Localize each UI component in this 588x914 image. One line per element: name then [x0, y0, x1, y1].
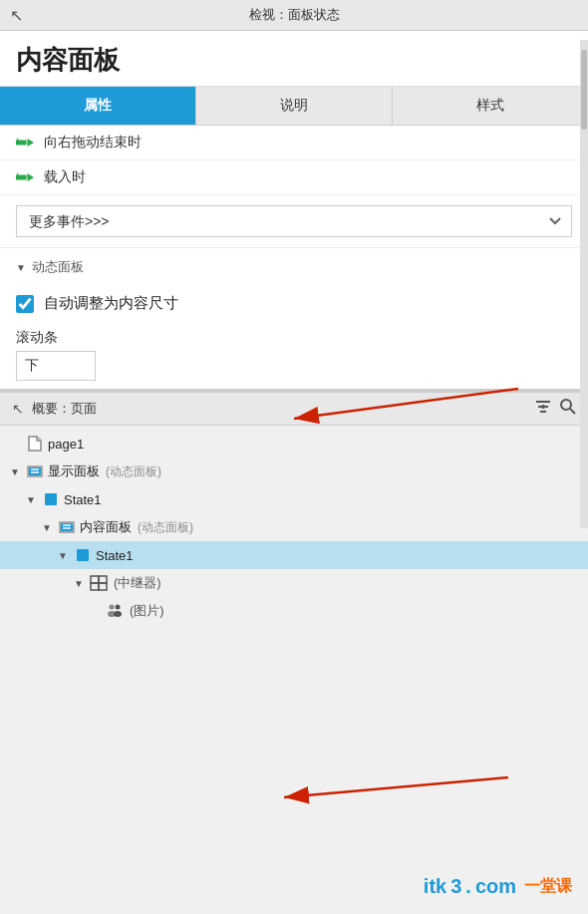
event-drag-right-label: 向右拖动结束时: [44, 134, 142, 152]
content-panel-toggle[interactable]: [40, 520, 54, 534]
svg-point-29: [114, 611, 122, 617]
content-panel-sublabel: (动态面板): [138, 519, 193, 536]
tree-item-content-panel[interactable]: 内容面板 (动态面板): [0, 513, 588, 541]
event-load-label: 载入时: [44, 168, 86, 186]
image-sublabel: (图片): [130, 602, 164, 620]
watermark: itk 3 . com 一堂课: [424, 875, 572, 898]
auto-resize-checkbox-row: 自动调整为内容尺寸: [0, 286, 588, 323]
svg-point-10: [561, 400, 571, 410]
repeater-toggle[interactable]: [72, 576, 86, 590]
svg-marker-0: [27, 139, 34, 147]
svg-rect-24: [91, 583, 99, 590]
svg-point-9: [541, 405, 545, 409]
event-load[interactable]: 载入时: [0, 160, 588, 195]
section-triangle-icon: [16, 262, 26, 273]
auto-resize-label: 自动调整为内容尺寸: [44, 294, 178, 313]
dynamic-panel-label: 动态面板: [32, 258, 84, 276]
tab-properties[interactable]: 属性: [0, 87, 196, 125]
drag-right-icon: [16, 134, 34, 152]
scrollbar-value: 下: [16, 351, 96, 381]
watermark-com: com: [475, 875, 516, 898]
panel-title: 内容面板: [0, 31, 588, 87]
tree-item-page1[interactable]: page1: [0, 430, 588, 457]
repeater-icon: [90, 574, 108, 592]
svg-point-26: [110, 605, 115, 610]
svg-rect-16: [45, 493, 57, 505]
state1-outer-label: State1: [64, 492, 102, 507]
dynamic-panel-section: 动态面板: [0, 248, 588, 286]
display-panel-toggle[interactable]: [8, 464, 22, 478]
filter-icon[interactable]: [534, 399, 552, 419]
state1-outer-toggle[interactable]: [24, 492, 38, 506]
svg-rect-25: [99, 583, 107, 590]
bottom-back-icon[interactable]: ↖: [12, 401, 24, 417]
more-events-row: 更多事件>>>: [0, 195, 588, 248]
tab-description[interactable]: 说明: [196, 87, 393, 125]
tree-item-display-panel[interactable]: 显示面板 (动态面板): [0, 457, 588, 485]
tree-item-repeater[interactable]: (中继器): [0, 569, 588, 597]
svg-line-11: [570, 409, 575, 414]
page1-label: page1: [48, 437, 84, 452]
state1-outer-icon: [42, 490, 60, 508]
top-header: ↖ 检视：面板状态: [0, 0, 588, 31]
scrollbar-thumb[interactable]: [581, 50, 587, 130]
state1-inner-label: State1: [96, 548, 134, 563]
bottom-panel-header: ↖ 概要：页面: [0, 393, 588, 426]
svg-rect-22: [91, 576, 99, 583]
top-header-title: 检视：面板状态: [249, 7, 340, 22]
bottom-header-title: 概要：页面: [32, 400, 97, 418]
tree-container: page1 显示面板 (动态面板): [0, 426, 588, 629]
state1-inner-toggle[interactable]: [56, 548, 70, 562]
svg-rect-18: [61, 523, 73, 531]
tabs-row: 属性 说明 样式: [0, 87, 588, 126]
search-icon[interactable]: [560, 399, 576, 419]
content-panel-label: 内容面板: [80, 518, 132, 536]
svg-rect-21: [77, 549, 89, 561]
display-panel-icon: [26, 462, 44, 480]
properties-area: 向右拖动结束时 载入时 更多事件>>> 动态面板: [0, 126, 588, 389]
svg-marker-3: [27, 173, 34, 181]
svg-rect-13: [29, 467, 41, 475]
scrollbar-section: 滚动条 下: [0, 323, 588, 381]
more-events-dropdown[interactable]: 更多事件>>>: [16, 205, 572, 237]
auto-resize-checkbox[interactable]: [16, 295, 34, 313]
tree-item-state1-inner[interactable]: State1: [0, 541, 588, 569]
tree-item-state1-outer[interactable]: State1: [0, 485, 588, 513]
image-icon: [106, 602, 124, 620]
tree-item-image[interactable]: (图片): [0, 597, 588, 625]
repeater-sublabel: (中继器): [114, 574, 161, 592]
page-icon: [26, 435, 44, 453]
watermark-dot: .: [465, 875, 471, 898]
watermark-itk: itk: [424, 875, 446, 898]
event-drag-right[interactable]: 向右拖动结束时: [0, 126, 588, 160]
svg-rect-23: [99, 576, 107, 583]
display-panel-sublabel: (动态面板): [106, 463, 161, 480]
state1-inner-icon: [74, 546, 92, 564]
svg-line-33: [284, 777, 508, 797]
back-arrow-icon[interactable]: ↖: [10, 6, 23, 25]
tab-style[interactable]: 样式: [393, 87, 588, 125]
watermark-3: 3: [450, 875, 461, 898]
svg-point-28: [116, 605, 121, 610]
load-icon: [16, 168, 34, 186]
scrollbar-label: 滚动条: [16, 329, 572, 347]
content-panel-icon: [58, 518, 76, 536]
display-panel-label: 显示面板: [48, 462, 100, 480]
watermark-yi: 一堂课: [524, 876, 572, 897]
